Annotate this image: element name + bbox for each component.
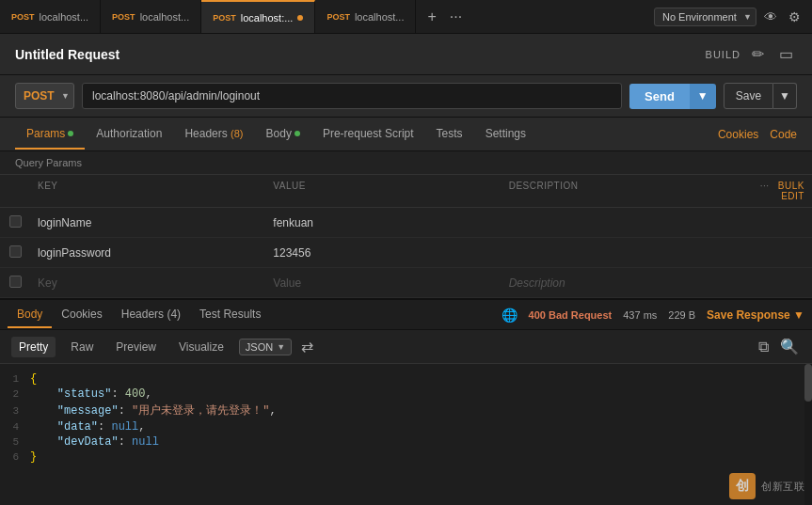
row1-check[interactable]: [0, 215, 30, 230]
format-raw[interactable]: Raw: [63, 337, 101, 357]
tab-settings[interactable]: Settings: [474, 119, 537, 150]
tab-1[interactable]: POST localhost...: [0, 0, 101, 33]
tab-3[interactable]: POST localhost:...: [201, 0, 315, 33]
format-pretty[interactable]: Pretty: [11, 337, 56, 357]
tab-headers[interactable]: Headers (8): [173, 119, 254, 150]
search-button[interactable]: 🔍: [778, 336, 801, 357]
comment-button[interactable]: ▭: [775, 43, 797, 65]
tab-1-method: POST: [11, 12, 35, 22]
format-preview[interactable]: Preview: [108, 337, 164, 357]
checkbox-1[interactable]: [9, 215, 22, 228]
response-bar: Body Cookies Headers (4) Test Results 🌐 …: [0, 298, 812, 330]
code-content-3: "message": "用户未登录，请先登录！",: [30, 402, 277, 418]
more-tabs-button[interactable]: ···: [446, 7, 466, 27]
format-arrow-icon[interactable]: ⇄: [299, 336, 315, 357]
tab-authorization[interactable]: Authorization: [85, 119, 173, 150]
send-button[interactable]: Send: [629, 84, 690, 109]
request-name: Untitled Request: [15, 47, 119, 62]
copy-button[interactable]: ⧉: [756, 336, 771, 357]
main-content: Untitled Request BUILD ✏ ▭ POST ▼ Send ▼…: [0, 34, 812, 505]
save-button[interactable]: Save: [724, 83, 773, 109]
tab-3-method: POST: [213, 13, 236, 23]
save-btn-group: Save ▼: [724, 83, 797, 109]
code-content-6: }: [30, 450, 37, 464]
response-body: 1 { 2 "status": 400, 3 "message": "用户未登录…: [0, 364, 812, 505]
code-content-5: "devData": null: [30, 435, 159, 449]
row2-check[interactable]: [0, 245, 30, 260]
url-input[interactable]: [82, 83, 622, 109]
tab-4[interactable]: POST localhost...: [315, 0, 416, 33]
res-tab-body[interactable]: Body: [8, 302, 52, 328]
env-eye-button[interactable]: 👁: [760, 8, 781, 26]
environment-select[interactable]: No Environment: [654, 8, 756, 26]
format-select-wrapper[interactable]: JSON ▼: [239, 339, 292, 355]
body-dot-badge: [295, 131, 300, 136]
col-check-header: [0, 181, 30, 201]
build-label: BUILD: [706, 49, 740, 60]
response-format-bar: Pretty Raw Preview Visualize JSON ▼ ⇄ ⧉ …: [0, 330, 812, 364]
method-select[interactable]: POST: [15, 83, 74, 109]
checkbox-2[interactable]: [9, 245, 22, 258]
res-tab-cookies[interactable]: Cookies: [52, 302, 111, 328]
line-num-3: 3: [0, 405, 30, 417]
tab-tests[interactable]: Tests: [425, 119, 474, 150]
scrollbar-track[interactable]: [804, 364, 812, 505]
tab-params[interactable]: Params: [15, 119, 85, 150]
tab-2[interactable]: POST localhost...: [101, 0, 201, 33]
env-settings-button[interactable]: ⚙: [785, 8, 804, 26]
row1-key: loginName: [30, 216, 265, 229]
code-content-2: "status": 400,: [30, 387, 152, 401]
code-link[interactable]: Code: [770, 128, 797, 141]
add-tab-button[interactable]: +: [423, 7, 439, 27]
col-value-header: VALUE: [265, 181, 501, 201]
col-key-header: KEY: [30, 181, 265, 201]
col-desc-header: DESCRIPTION: [502, 181, 737, 201]
tab-4-url: localhost...: [355, 11, 405, 23]
headers-count-badge: (8): [231, 128, 243, 139]
res-tab-test-results[interactable]: Test Results: [190, 302, 270, 328]
send-btn-group: Send ▼: [629, 84, 716, 109]
params-table-header: KEY VALUE DESCRIPTION ··· Bulk Edit: [0, 175, 812, 208]
save-dropdown-button[interactable]: ▼: [773, 83, 797, 109]
save-response-button[interactable]: Save Response ▼: [707, 308, 804, 322]
format-right-icons: ⧉ 🔍: [756, 336, 801, 357]
edit-button[interactable]: ✏: [748, 43, 768, 65]
res-time: 437 ms: [623, 309, 657, 321]
format-select-chevron: ▼: [277, 342, 285, 352]
code-line-6: 6 }: [0, 450, 812, 465]
row3-key: Key: [30, 276, 265, 290]
code-line-3: 3 "message": "用户未登录，请先登录！",: [0, 402, 812, 419]
scrollbar-thumb[interactable]: [804, 364, 812, 402]
tab-pre-request[interactable]: Pre-request Script: [311, 119, 425, 150]
params-dot-badge: [68, 131, 73, 136]
tab-3-dirty-dot: [297, 15, 303, 21]
more-options-icon[interactable]: ···: [760, 181, 770, 191]
col-actions-header: ··· Bulk Edit: [737, 181, 812, 201]
code-content-4: "data": null,: [30, 420, 145, 434]
tab-body[interactable]: Body: [255, 119, 311, 150]
code-line-2: 2 "status": 400,: [0, 387, 812, 402]
right-tabs: Cookies Code: [718, 128, 797, 141]
cookies-link[interactable]: Cookies: [718, 128, 758, 141]
row2-key: loginPassword: [30, 246, 265, 260]
res-tab-headers[interactable]: Headers (4): [112, 302, 190, 328]
line-num-1: 1: [0, 373, 30, 385]
code-line-5: 5 "devData": null: [0, 434, 812, 450]
params-table: KEY VALUE DESCRIPTION ··· Bulk Edit logi…: [0, 175, 812, 298]
tab-actions: + ···: [416, 7, 473, 27]
checkbox-3[interactable]: [9, 276, 22, 288]
line-num-2: 2: [0, 388, 30, 400]
row3-check[interactable]: [0, 276, 30, 291]
format-visualize[interactable]: Visualize: [171, 337, 231, 357]
env-bar: No Environment ▼ 👁 ⚙: [654, 0, 812, 34]
send-dropdown-button[interactable]: ▼: [690, 84, 716, 109]
bulk-edit-button[interactable]: Bulk Edit: [778, 181, 804, 201]
request-tabs: Params Authorization Headers (8) Body Pr…: [0, 118, 812, 151]
code-content-1: {: [30, 372, 37, 386]
request-name-bar: Untitled Request BUILD ✏ ▭: [0, 34, 812, 75]
tab-1-url: localhost...: [40, 11, 89, 23]
code-line-1: 1 {: [0, 371, 812, 387]
row3-desc: Description: [502, 276, 737, 290]
code-line-4: 4 "data": null,: [0, 419, 812, 434]
globe-icon: 🌐: [502, 308, 517, 323]
